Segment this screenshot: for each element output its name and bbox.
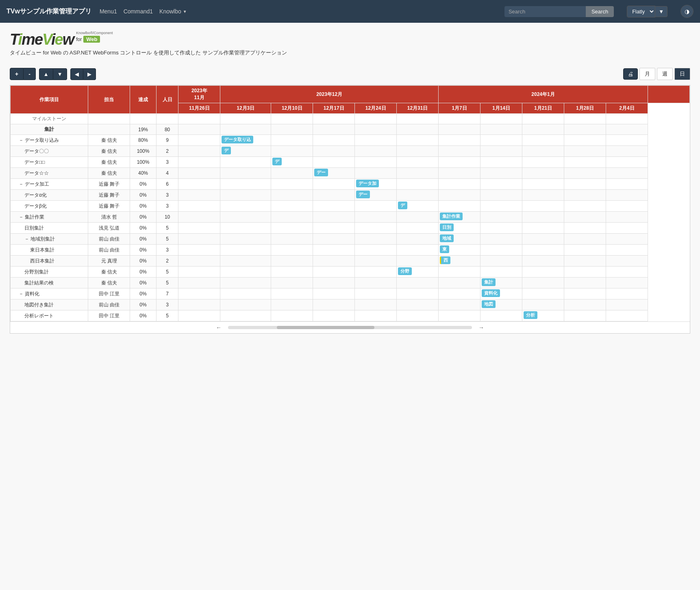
toolbar-right: 🖨 月 週 日 xyxy=(623,68,690,80)
gantt-cell xyxy=(606,288,648,299)
gantt-cell xyxy=(313,278,355,288)
table-row: 日別集計浅見 弘道0%5日別 xyxy=(11,223,690,234)
gantt-bar: 東 xyxy=(440,245,449,253)
pct-cell: 0% xyxy=(130,278,157,288)
scroll-right-icon[interactable]: → xyxy=(475,324,487,331)
gantt-cell xyxy=(271,256,313,267)
gantt-scrollbar[interactable]: ← → xyxy=(10,321,690,333)
pct-cell: 0% xyxy=(130,212,157,223)
table-row: データ〇〇秦 信夫100%2デ xyxy=(11,146,690,157)
table-row: データ☆☆秦 信夫40%4デー xyxy=(11,168,690,179)
month-view-button[interactable]: 月 xyxy=(639,68,655,80)
gantt-cell xyxy=(564,146,606,157)
contrast-button[interactable]: ◑ xyxy=(680,5,693,18)
gantt-cell xyxy=(522,256,564,267)
gantt-body: マイルストーン集計19%80－ データ取り込み秦 信夫80%9データ取り込データ… xyxy=(11,114,690,321)
gantt-cell xyxy=(439,114,480,124)
scroll-left-icon[interactable]: ← xyxy=(213,324,225,331)
person-cell: 清水 哲 xyxy=(88,212,130,223)
gantt-chart: 作業項目 担当 達成 人日 2023年11月 2023年12月 2024年1月 … xyxy=(10,85,690,334)
gantt-cell xyxy=(178,179,220,190)
scroll-thumb[interactable] xyxy=(277,326,374,329)
gantt-cell xyxy=(313,299,355,310)
gantt-cell: 日別 xyxy=(439,223,480,234)
pct-cell: 19% xyxy=(130,124,157,135)
gantt-cell: デー xyxy=(355,190,397,201)
search-input[interactable] xyxy=(504,6,586,17)
scroll-track[interactable] xyxy=(228,326,472,329)
add-button[interactable]: + xyxy=(10,68,24,80)
person-cell: 近藤 舞子 xyxy=(88,190,130,201)
nav-command1[interactable]: Command1 xyxy=(124,8,153,15)
gantt-cell xyxy=(606,234,648,245)
nav-knowlbo[interactable]: Knowlbo ▼ xyxy=(159,8,187,15)
gantt-cell xyxy=(220,114,271,124)
main-content: TimeView Knowlbo®/Component for Web タイムビ… xyxy=(0,23,700,342)
table-row: データα化近藤 舞子0%3デー xyxy=(11,190,690,201)
logo-knowlbo-component: Knowlbo®/Component xyxy=(76,31,113,35)
gantt-cell xyxy=(480,201,522,212)
gantt-cell: データ加 xyxy=(355,179,397,190)
gantt-bar: デー xyxy=(356,191,370,198)
task-name-cell: データ□□ xyxy=(11,157,88,168)
gantt-cell xyxy=(564,234,606,245)
pct-cell: 0% xyxy=(130,190,157,201)
gantt-cell: デ xyxy=(271,157,313,168)
gantt-cell xyxy=(313,267,355,278)
down-button[interactable]: ▼ xyxy=(53,68,67,80)
up-button[interactable]: ▲ xyxy=(39,68,53,80)
gantt-cell xyxy=(271,212,313,223)
gantt-cell xyxy=(220,157,271,168)
logo-area: TimeView Knowlbo®/Component for Web タイムビ… xyxy=(10,31,690,63)
gantt-cell xyxy=(480,168,522,179)
week-view-button[interactable]: 週 xyxy=(657,68,673,80)
gantt-cell xyxy=(439,124,480,135)
person-cell: 秦 信夫 xyxy=(88,135,130,146)
gantt-cell xyxy=(178,223,220,234)
gantt-cell xyxy=(397,179,439,190)
table-row: 東日本集計前山 由佳0%3東 xyxy=(11,245,690,256)
remove-button[interactable]: - xyxy=(24,68,36,80)
nav-menu1[interactable]: Menu1 xyxy=(100,8,117,15)
days-cell: 3 xyxy=(156,201,178,212)
gantt-cell xyxy=(178,157,220,168)
navbar-menu: Menu1 Command1 Knowlbo ▼ xyxy=(100,8,187,15)
month-extra xyxy=(648,86,689,103)
week-1217: 12月17日 xyxy=(313,103,355,114)
next-button[interactable]: ▶ xyxy=(83,68,96,80)
pct-cell: 0% xyxy=(130,201,157,212)
gantt-cell xyxy=(606,124,648,135)
week-17: 1月7日 xyxy=(439,103,480,114)
search-button[interactable]: Search xyxy=(586,6,614,17)
gantt-cell xyxy=(313,201,355,212)
week-1210: 12月10日 xyxy=(271,103,313,114)
gantt-cell xyxy=(313,223,355,234)
theme-dropdown-icon[interactable]: ▼ xyxy=(655,6,667,17)
gantt-cell xyxy=(313,114,355,124)
task-name-cell: 地図付き集計 xyxy=(11,299,88,310)
task-name-cell: － データ取り込み xyxy=(11,135,88,146)
gantt-cell xyxy=(220,256,271,267)
gantt-cell xyxy=(220,310,271,321)
gantt-scroll-area[interactable]: 作業項目 担当 達成 人日 2023年11月 2023年12月 2024年1月 … xyxy=(10,85,690,321)
gantt-cell xyxy=(606,146,648,157)
gantt-cell xyxy=(178,256,220,267)
gantt-cell xyxy=(564,223,606,234)
gantt-cell xyxy=(178,234,220,245)
prev-button[interactable]: ◀ xyxy=(70,68,83,80)
gantt-cell xyxy=(355,256,397,267)
days-cell: 5 xyxy=(156,223,178,234)
gantt-cell xyxy=(313,234,355,245)
gantt-cell xyxy=(480,256,522,267)
gantt-cell xyxy=(606,135,648,146)
gantt-cell xyxy=(564,201,606,212)
day-view-button[interactable]: 日 xyxy=(674,68,690,80)
gantt-cell xyxy=(606,179,648,190)
gantt-cell xyxy=(480,135,522,146)
print-button[interactable]: 🖨 xyxy=(623,68,638,80)
gantt-cell xyxy=(313,157,355,168)
table-row: － 地域別集計前山 由佳0%5地域 xyxy=(11,234,690,245)
theme-select[interactable]: Flatly xyxy=(627,6,655,17)
days-cell: 4 xyxy=(156,168,178,179)
task-name-cell: 分析レポート xyxy=(11,310,88,321)
